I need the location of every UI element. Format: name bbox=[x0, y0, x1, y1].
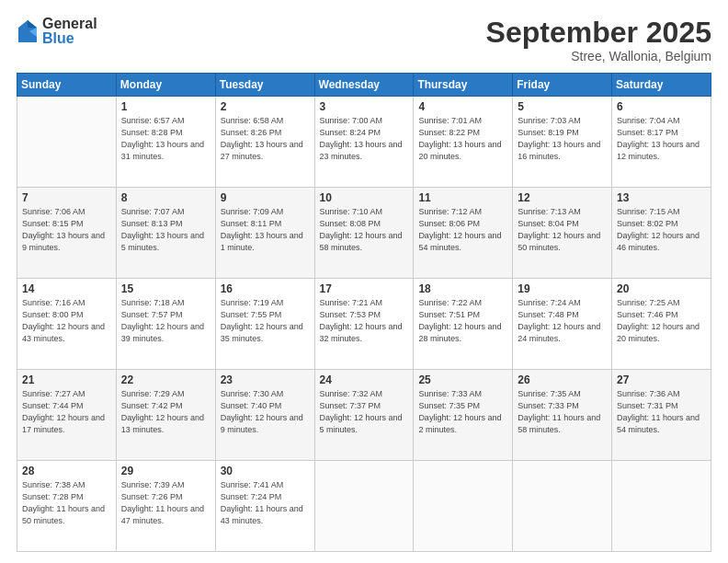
day-number: 16 bbox=[221, 282, 310, 295]
day-info: Sunrise: 6:57 AMSunset: 8:28 PMDaylight:… bbox=[121, 115, 210, 163]
calendar-cell bbox=[414, 461, 513, 552]
calendar-cell: 17Sunrise: 7:21 AMSunset: 7:53 PMDayligh… bbox=[314, 279, 414, 370]
calendar-cell: 6Sunrise: 7:04 AMSunset: 8:17 PMDaylight… bbox=[612, 97, 711, 188]
day-number: 28 bbox=[22, 465, 111, 477]
day-info: Sunrise: 7:33 AMSunset: 7:35 PMDaylight:… bbox=[418, 388, 507, 436]
day-info: Sunrise: 7:27 AMSunset: 7:44 PMDaylight:… bbox=[22, 388, 111, 436]
day-number: 3 bbox=[320, 100, 409, 113]
col-friday: Friday bbox=[513, 74, 612, 97]
calendar-cell: 30Sunrise: 7:41 AMSunset: 7:24 PMDayligh… bbox=[215, 461, 314, 552]
day-number: 4 bbox=[418, 100, 507, 113]
day-number: 2 bbox=[221, 100, 310, 113]
day-number: 24 bbox=[320, 373, 409, 386]
day-info: Sunrise: 7:10 AMSunset: 8:08 PMDaylight:… bbox=[320, 206, 409, 254]
day-info: Sunrise: 7:25 AMSunset: 7:46 PMDaylight:… bbox=[617, 297, 706, 345]
calendar-week-row: 1Sunrise: 6:57 AMSunset: 8:28 PMDaylight… bbox=[17, 97, 711, 188]
day-info: Sunrise: 7:12 AMSunset: 8:06 PMDaylight:… bbox=[418, 206, 507, 254]
calendar-cell: 24Sunrise: 7:32 AMSunset: 7:37 PMDayligh… bbox=[314, 370, 414, 461]
calendar-cell: 23Sunrise: 7:30 AMSunset: 7:40 PMDayligh… bbox=[215, 370, 314, 461]
day-info: Sunrise: 7:21 AMSunset: 7:53 PMDaylight:… bbox=[320, 297, 409, 345]
calendar-cell: 26Sunrise: 7:35 AMSunset: 7:33 PMDayligh… bbox=[513, 370, 612, 461]
calendar-cell: 16Sunrise: 7:19 AMSunset: 7:55 PMDayligh… bbox=[215, 279, 314, 370]
day-info: Sunrise: 7:29 AMSunset: 7:42 PMDaylight:… bbox=[121, 388, 210, 436]
day-number: 10 bbox=[320, 191, 409, 204]
day-info: Sunrise: 7:39 AMSunset: 7:26 PMDaylight:… bbox=[121, 479, 210, 527]
day-number: 30 bbox=[221, 465, 310, 477]
day-number: 15 bbox=[121, 282, 210, 295]
calendar-cell bbox=[17, 97, 117, 188]
day-info: Sunrise: 7:01 AMSunset: 8:22 PMDaylight:… bbox=[418, 115, 507, 163]
svg-marker-1 bbox=[28, 20, 37, 28]
day-number: 9 bbox=[221, 191, 310, 204]
col-wednesday: Wednesday bbox=[314, 74, 414, 97]
logo-general: General bbox=[42, 17, 97, 31]
day-number: 20 bbox=[617, 282, 706, 295]
day-info: Sunrise: 7:41 AMSunset: 7:24 PMDaylight:… bbox=[221, 479, 310, 527]
calendar-week-row: 7Sunrise: 7:06 AMSunset: 8:15 PMDaylight… bbox=[17, 188, 711, 279]
calendar-cell: 2Sunrise: 6:58 AMSunset: 8:26 PMDaylight… bbox=[215, 97, 314, 188]
day-info: Sunrise: 7:00 AMSunset: 8:24 PMDaylight:… bbox=[320, 115, 409, 163]
day-number: 12 bbox=[518, 191, 607, 204]
day-info: Sunrise: 7:13 AMSunset: 8:04 PMDaylight:… bbox=[518, 206, 607, 254]
title-block: September 2025 Stree, Wallonia, Belgium bbox=[486, 17, 711, 63]
calendar-cell: 11Sunrise: 7:12 AMSunset: 8:06 PMDayligh… bbox=[414, 188, 513, 279]
day-info: Sunrise: 7:30 AMSunset: 7:40 PMDaylight:… bbox=[221, 388, 310, 436]
calendar-cell: 27Sunrise: 7:36 AMSunset: 7:31 PMDayligh… bbox=[612, 370, 711, 461]
header: General Blue September 2025 Stree, Wallo… bbox=[17, 17, 711, 63]
calendar-cell: 12Sunrise: 7:13 AMSunset: 8:04 PMDayligh… bbox=[513, 188, 612, 279]
day-number: 21 bbox=[22, 373, 111, 386]
day-number: 26 bbox=[518, 373, 607, 386]
day-number: 29 bbox=[121, 465, 210, 477]
calendar-cell: 7Sunrise: 7:06 AMSunset: 8:15 PMDaylight… bbox=[17, 188, 117, 279]
day-info: Sunrise: 7:36 AMSunset: 7:31 PMDaylight:… bbox=[617, 388, 706, 436]
subtitle: Stree, Wallonia, Belgium bbox=[486, 49, 711, 63]
day-number: 27 bbox=[617, 373, 706, 386]
calendar-body: 1Sunrise: 6:57 AMSunset: 8:28 PMDaylight… bbox=[17, 97, 711, 552]
logo: General Blue bbox=[17, 17, 97, 46]
day-number: 23 bbox=[221, 373, 310, 386]
col-tuesday: Tuesday bbox=[215, 74, 314, 97]
day-info: Sunrise: 7:07 AMSunset: 8:13 PMDaylight:… bbox=[121, 206, 210, 254]
col-saturday: Saturday bbox=[612, 74, 711, 97]
calendar-cell: 15Sunrise: 7:18 AMSunset: 7:57 PMDayligh… bbox=[116, 279, 215, 370]
header-row: Sunday Monday Tuesday Wednesday Thursday… bbox=[17, 74, 711, 97]
day-info: Sunrise: 7:35 AMSunset: 7:33 PMDaylight:… bbox=[518, 388, 607, 436]
calendar-week-row: 14Sunrise: 7:16 AMSunset: 8:00 PMDayligh… bbox=[17, 279, 711, 370]
logo-text: General Blue bbox=[42, 17, 97, 46]
calendar-cell bbox=[612, 461, 711, 552]
day-info: Sunrise: 7:19 AMSunset: 7:55 PMDaylight:… bbox=[221, 297, 310, 345]
day-number: 25 bbox=[418, 373, 507, 386]
calendar-cell: 8Sunrise: 7:07 AMSunset: 8:13 PMDaylight… bbox=[116, 188, 215, 279]
day-info: Sunrise: 7:22 AMSunset: 7:51 PMDaylight:… bbox=[418, 297, 507, 345]
calendar-cell bbox=[314, 461, 414, 552]
calendar-cell: 3Sunrise: 7:00 AMSunset: 8:24 PMDaylight… bbox=[314, 97, 414, 188]
day-info: Sunrise: 7:15 AMSunset: 8:02 PMDaylight:… bbox=[617, 206, 706, 254]
day-number: 7 bbox=[22, 191, 111, 204]
calendar-cell: 19Sunrise: 7:24 AMSunset: 7:48 PMDayligh… bbox=[513, 279, 612, 370]
page: General Blue September 2025 Stree, Wallo… bbox=[0, 0, 728, 563]
day-number: 6 bbox=[617, 100, 706, 113]
day-info: Sunrise: 7:32 AMSunset: 7:37 PMDaylight:… bbox=[320, 388, 409, 436]
calendar-cell: 22Sunrise: 7:29 AMSunset: 7:42 PMDayligh… bbox=[116, 370, 215, 461]
col-thursday: Thursday bbox=[414, 74, 513, 97]
day-number: 13 bbox=[617, 191, 706, 204]
calendar-cell: 29Sunrise: 7:39 AMSunset: 7:26 PMDayligh… bbox=[116, 461, 215, 552]
calendar-cell: 4Sunrise: 7:01 AMSunset: 8:22 PMDaylight… bbox=[414, 97, 513, 188]
calendar-cell: 28Sunrise: 7:38 AMSunset: 7:28 PMDayligh… bbox=[17, 461, 117, 552]
calendar-cell: 18Sunrise: 7:22 AMSunset: 7:51 PMDayligh… bbox=[414, 279, 513, 370]
calendar-cell: 25Sunrise: 7:33 AMSunset: 7:35 PMDayligh… bbox=[414, 370, 513, 461]
calendar-cell: 14Sunrise: 7:16 AMSunset: 8:00 PMDayligh… bbox=[17, 279, 117, 370]
day-number: 8 bbox=[121, 191, 210, 204]
day-number: 19 bbox=[518, 282, 607, 295]
day-info: Sunrise: 7:03 AMSunset: 8:19 PMDaylight:… bbox=[518, 115, 607, 163]
col-sunday: Sunday bbox=[17, 74, 117, 97]
day-info: Sunrise: 7:38 AMSunset: 7:28 PMDaylight:… bbox=[22, 479, 111, 527]
calendar-cell: 20Sunrise: 7:25 AMSunset: 7:46 PMDayligh… bbox=[612, 279, 711, 370]
day-info: Sunrise: 7:24 AMSunset: 7:48 PMDaylight:… bbox=[518, 297, 607, 345]
day-number: 11 bbox=[418, 191, 507, 204]
calendar-cell: 21Sunrise: 7:27 AMSunset: 7:44 PMDayligh… bbox=[17, 370, 117, 461]
col-monday: Monday bbox=[116, 74, 215, 97]
logo-blue: Blue bbox=[42, 31, 97, 46]
month-title: September 2025 bbox=[486, 17, 711, 49]
day-info: Sunrise: 7:04 AMSunset: 8:17 PMDaylight:… bbox=[617, 115, 706, 163]
